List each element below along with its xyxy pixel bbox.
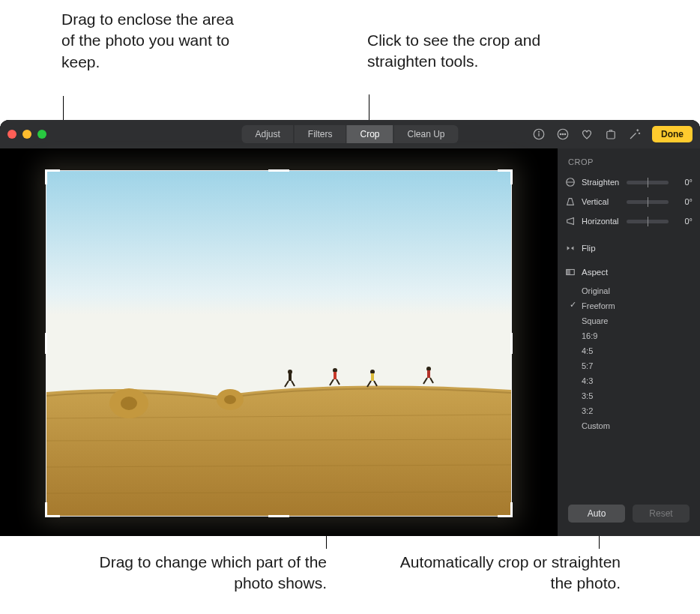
minimize-window-button[interactable] xyxy=(22,130,31,139)
aspect-original[interactable]: Original xyxy=(570,283,693,298)
favorite-heart-icon[interactable] xyxy=(580,127,594,141)
aspect-freeform[interactable]: Freeform xyxy=(570,298,693,313)
aspect-square[interactable]: Square xyxy=(570,313,693,328)
horizontal-value: 0° xyxy=(675,217,693,226)
svg-rect-7 xyxy=(607,131,615,139)
close-window-button[interactable] xyxy=(7,130,16,139)
tab-adjust[interactable]: Adjust xyxy=(241,125,293,143)
straighten-row[interactable]: Straighten 0° xyxy=(565,174,693,190)
callout-auto: Automatically crop or straighten the pho… xyxy=(396,552,621,595)
flip-icon xyxy=(565,243,576,253)
callout-text: Drag to change which part of the photo s… xyxy=(99,553,327,592)
crop-handle-left[interactable] xyxy=(45,333,47,354)
crop-frame[interactable] xyxy=(46,171,511,516)
callout-text: Drag to enclose the area of the photo yo… xyxy=(61,10,234,70)
callout-drag-photo: Drag to change which part of the photo s… xyxy=(87,552,327,595)
straighten-value: 0° xyxy=(675,178,693,187)
aspect-4-3[interactable]: 4:3 xyxy=(570,373,693,388)
aspect-custom[interactable]: Custom xyxy=(570,418,693,433)
photo-canvas xyxy=(0,148,558,536)
sidebar-footer: Auto Reset xyxy=(565,497,693,530)
auto-button[interactable]: Auto xyxy=(568,505,625,523)
svg-point-2 xyxy=(539,131,540,132)
done-button[interactable]: Done xyxy=(652,126,693,142)
tab-crop[interactable]: Crop xyxy=(346,125,393,143)
sidebar-title: CROP xyxy=(565,154,693,174)
tab-filters[interactable]: Filters xyxy=(295,125,346,143)
straighten-slider[interactable] xyxy=(627,181,669,184)
vertical-label: Vertical xyxy=(582,197,621,206)
horizontal-slider[interactable] xyxy=(627,220,669,223)
svg-point-14 xyxy=(121,397,137,410)
aspect-3-2[interactable]: 3:2 xyxy=(570,403,693,418)
magic-wand-icon[interactable] xyxy=(628,127,642,141)
svg-rect-18 xyxy=(289,373,292,381)
horizontal-label: Horizontal xyxy=(582,217,621,226)
titlebar: Adjust Filters Crop Clean Up Done xyxy=(0,120,700,148)
more-icon[interactable] xyxy=(556,127,570,141)
photo-image[interactable] xyxy=(46,171,511,516)
aspect-section[interactable]: Aspect xyxy=(565,264,693,280)
horizontal-perspective-icon xyxy=(565,216,576,226)
reset-button[interactable]: Reset xyxy=(633,505,690,523)
window-controls xyxy=(7,130,46,139)
crop-sidebar: CROP Straighten 0° Vertical 0° Horizonta… xyxy=(558,148,700,536)
photos-edit-window: Adjust Filters Crop Clean Up Done xyxy=(0,120,700,536)
maximize-window-button[interactable] xyxy=(37,130,46,139)
vertical-perspective-icon xyxy=(565,196,576,207)
crop-handle-right[interactable] xyxy=(510,333,513,354)
flip-label: Flip xyxy=(582,244,596,253)
aspect-list: Original Freeform Square 16:9 4:5 5:7 4:… xyxy=(565,283,693,433)
straighten-label: Straighten xyxy=(582,178,621,187)
callout-crop-tab: Click to see the crop and straighten too… xyxy=(367,30,547,73)
svg-point-4 xyxy=(560,133,561,135)
aspect-icon xyxy=(565,267,576,277)
extension-icon[interactable] xyxy=(604,127,618,141)
vertical-value: 0° xyxy=(675,197,693,206)
callout-text: Click to see the crop and straighten too… xyxy=(367,31,540,70)
tab-cleanup[interactable]: Clean Up xyxy=(394,125,459,143)
window-body: CROP Straighten 0° Vertical 0° Horizonta… xyxy=(0,148,700,536)
flip-section[interactable]: Flip xyxy=(565,240,693,256)
crop-handle-bottom[interactable] xyxy=(268,515,289,517)
svg-point-6 xyxy=(564,133,566,135)
straighten-icon xyxy=(565,177,576,187)
crop-handle-top[interactable] xyxy=(268,169,289,172)
right-toolbar: Done xyxy=(532,126,693,142)
svg-rect-22 xyxy=(334,372,337,379)
callout-text: Automatically crop or straighten the pho… xyxy=(400,553,621,592)
vertical-row[interactable]: Vertical 0° xyxy=(565,193,693,210)
aspect-3-5[interactable]: 3:5 xyxy=(570,388,693,403)
vertical-slider[interactable] xyxy=(627,200,669,204)
callout-crop-area: Drag to enclose the area of the photo yo… xyxy=(61,9,234,73)
aspect-label: Aspect xyxy=(582,268,608,277)
svg-rect-36 xyxy=(567,270,570,275)
aspect-5-7[interactable]: 5:7 xyxy=(570,358,693,373)
svg-rect-26 xyxy=(371,373,374,381)
info-icon[interactable] xyxy=(532,127,546,141)
svg-rect-8 xyxy=(46,171,511,396)
edit-mode-tabs: Adjust Filters Crop Clean Up xyxy=(241,125,458,143)
horizontal-row[interactable]: Horizontal 0° xyxy=(565,213,693,229)
aspect-16-9[interactable]: 16:9 xyxy=(570,328,693,343)
aspect-4-5[interactable]: 4:5 xyxy=(570,343,693,358)
svg-rect-30 xyxy=(427,370,430,378)
svg-point-16 xyxy=(224,395,236,404)
svg-point-5 xyxy=(562,133,564,135)
